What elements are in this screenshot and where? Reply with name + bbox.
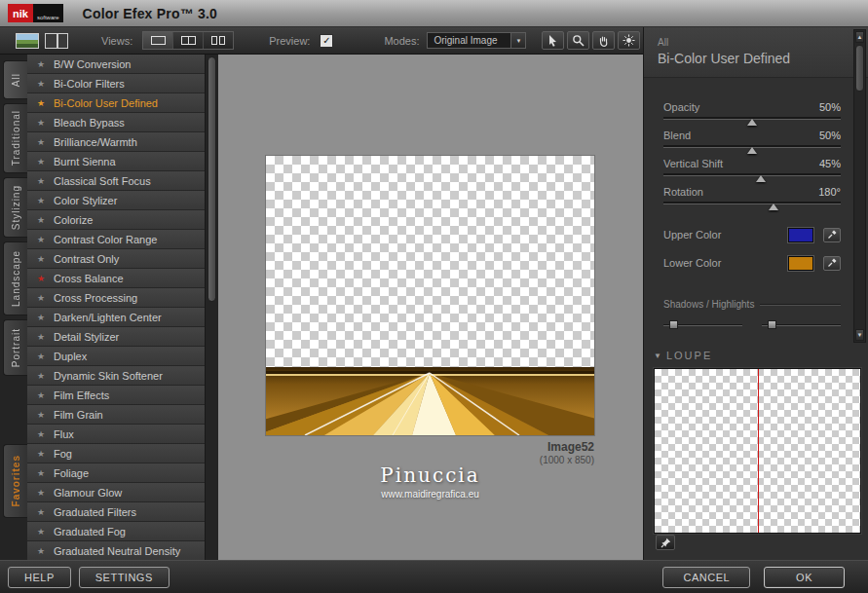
category-tab[interactable]: All [3,60,27,99]
filter-list-item[interactable]: Graduated Fog [27,522,205,541]
settings-scrollbar-thumb[interactable] [855,45,864,92]
filter-list-item[interactable]: Brilliance/Warmth [27,132,205,152]
filter-list-item[interactable]: Cross Balance [27,269,205,288]
filter-list-item[interactable]: Flux [27,425,205,444]
star-icon[interactable] [37,488,47,498]
filter-list-item[interactable]: Bleach Bypass [27,113,205,132]
slider-thumb[interactable] [747,119,757,126]
lower-color-swatch[interactable] [788,256,813,271]
star-icon[interactable] [37,507,47,517]
scroll-down-button[interactable] [855,329,864,341]
filter-list-item[interactable]: Darken/Lighten Center [27,308,205,327]
loupe-pin-button[interactable] [656,535,675,550]
shadows-slider[interactable] [663,320,742,329]
star-icon[interactable] [37,59,47,69]
filter-list-item[interactable]: Fog [27,444,205,463]
filter-list-item[interactable]: Dynamic Skin Softener [27,366,205,386]
star-icon[interactable] [37,332,47,342]
loupe-header[interactable]: LOUPE [644,347,868,364]
slider-track[interactable] [663,202,841,204]
star-icon[interactable] [37,196,47,205]
filter-list-item[interactable]: Contrast Only [27,249,205,269]
highlights-slider[interactable] [762,320,841,329]
help-button[interactable]: HELP [8,567,71,588]
highlights-slider-handle[interactable] [768,320,776,329]
star-icon[interactable] [37,352,47,361]
filter-list-scrollbar[interactable] [205,55,218,560]
filter-list-item[interactable]: Cross Processing [27,288,205,308]
slider-track[interactable] [663,173,841,176]
category-tab[interactable]: Landscape [3,241,27,315]
star-icon[interactable] [37,313,47,322]
star-icon[interactable] [37,293,47,303]
upper-color-swatch[interactable] [788,228,813,242]
star-icon[interactable] [37,449,47,459]
view-split-button[interactable] [173,32,204,49]
upper-color-picker-button[interactable] [823,228,841,242]
category-tab[interactable]: Traditional [3,103,27,173]
ok-button[interactable]: OK [764,567,845,588]
shadows-slider-handle[interactable] [669,320,678,329]
star-icon[interactable] [37,390,47,400]
star-icon[interactable] [37,546,47,556]
filter-list-item[interactable]: Graduated Neutral Density [27,541,205,560]
single-image-view-icon[interactable] [16,33,39,49]
star-icon[interactable] [37,429,47,439]
filter-list-item[interactable]: Foliage [27,463,205,483]
background-color-tool-button[interactable] [618,31,640,50]
split-image-view-icon[interactable] [45,33,68,49]
star-icon[interactable] [37,527,47,537]
cancel-button[interactable]: CANCEL [662,567,750,588]
lower-color-picker-button[interactable] [823,256,841,271]
preview-image[interactable] [266,156,594,435]
filter-list-item[interactable]: Bi-Color User Defined [27,93,205,113]
filter-list-item[interactable]: Graduated Filters [27,502,205,522]
view-single-button[interactable] [143,32,173,49]
slider-thumb[interactable] [769,204,778,210]
pointer-tool-button[interactable] [542,31,564,50]
filter-list-item[interactable]: B/W Conversion [27,55,205,74]
star-icon[interactable] [37,137,47,147]
star-icon[interactable] [37,215,47,225]
filter-list-item[interactable]: Detail Stylizer [27,327,205,347]
settings-button[interactable]: SETTINGS [79,567,170,588]
star-icon[interactable] [37,254,47,264]
filter-list-scrollbar-thumb[interactable] [208,56,216,302]
star-icon[interactable] [37,118,47,128]
view-sidebyside-button[interactable] [204,32,233,49]
preview-checkbox[interactable] [320,34,333,48]
slider-thumb[interactable] [747,147,757,154]
category-tab[interactable]: Portrait [3,319,27,376]
slider-track[interactable] [663,145,841,148]
star-icon[interactable] [37,410,47,420]
filter-list-item[interactable]: Contrast Color Range [27,230,205,249]
filter-list-item[interactable]: Glamour Glow [27,483,205,502]
star-icon[interactable] [37,235,47,244]
filter-list-item[interactable]: Duplex [27,347,205,366]
filter-list-item[interactable]: Bi-Color Filters [27,74,205,93]
category-tab[interactable]: Favorites [3,444,27,518]
filter-list-item[interactable]: Film Effects [27,386,205,405]
filter-list-item[interactable]: Classical Soft Focus [27,171,205,191]
settings-scrollbar[interactable] [853,29,866,343]
star-icon[interactable] [37,98,47,108]
category-tab[interactable]: Stylizing [3,177,27,238]
scroll-up-button[interactable] [855,31,864,43]
filter-list-item[interactable]: Color Stylizer [27,191,205,210]
loupe-preview[interactable] [654,368,861,534]
filter-list-item[interactable]: Film Grain [27,405,205,425]
zoom-tool-button[interactable] [567,31,589,50]
star-icon[interactable] [37,176,47,186]
star-icon[interactable] [37,274,47,283]
modes-dropdown[interactable]: Original Image [427,32,526,49]
star-icon[interactable] [37,371,47,381]
slider-track[interactable] [663,117,841,120]
star-icon[interactable] [37,157,47,167]
collapse-triangle-icon[interactable] [654,352,661,360]
star-icon[interactable] [37,468,47,478]
filter-list-item[interactable]: Burnt Sienna [27,152,205,171]
star-icon[interactable] [37,79,47,89]
filter-list-item[interactable]: Colorize [27,210,205,230]
chevron-down-icon[interactable] [510,33,525,48]
slider-thumb[interactable] [756,175,766,182]
